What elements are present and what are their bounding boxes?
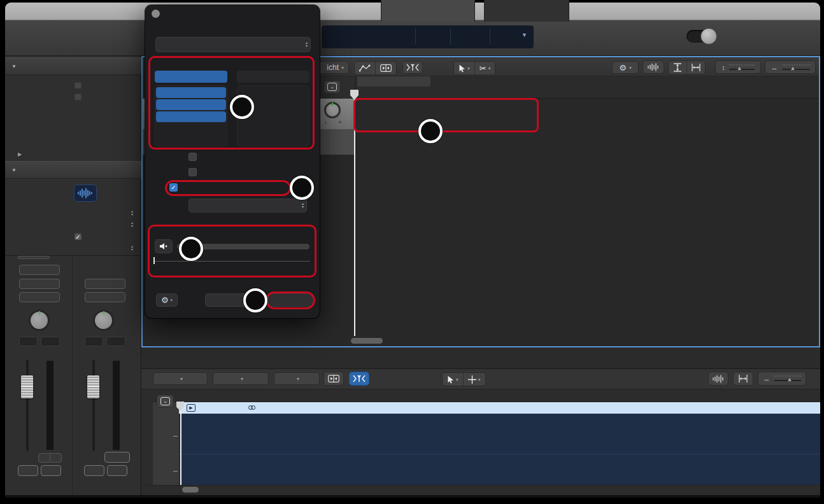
volume-value-right[interactable] [85, 337, 103, 346]
apply-button[interactable] [268, 293, 313, 307]
edit-menu-button[interactable]: ▾ [153, 372, 208, 385]
automation-button[interactable] [355, 62, 376, 74]
editor-waveform-zoom-button[interactable] [708, 372, 728, 386]
editor-catch-button[interactable] [349, 372, 369, 386]
scissors-tool-button[interactable]: ✂ ▾ [475, 62, 495, 74]
vertical-auto-zoom-button[interactable] [669, 61, 687, 74]
volume-fader-left[interactable] [21, 375, 33, 398]
waveform-icon [712, 375, 725, 383]
bounce-button[interactable] [104, 452, 130, 463]
functions-menu-button[interactable]: ▾ [213, 372, 269, 385]
channel-strip-setting-select[interactable]: ▴▾ [155, 37, 311, 52]
plugin-slot-bitcrusher[interactable] [156, 99, 226, 110]
editor-horizontal-scrollbar[interactable] [182, 487, 199, 493]
cycle-range[interactable] [357, 76, 430, 87]
automation-icon [359, 64, 371, 72]
editor-wave-area[interactable] [179, 414, 820, 485]
view-menu-button[interactable]: icht▾ [315, 61, 349, 74]
create-new-take-checkbox[interactable] [188, 168, 197, 176]
group-button-right[interactable] [85, 279, 125, 289]
pan-right-label: R [339, 120, 341, 124]
automation-read-button-left[interactable] [19, 292, 60, 302]
solo-button-right[interactable] [107, 465, 127, 476]
waveform-icon [647, 63, 660, 71]
preview-play-button[interactable] [155, 239, 173, 253]
editor-flex-button[interactable] [323, 372, 344, 386]
editor-region-header[interactable] [179, 402, 820, 414]
dialog-gear-menu-button[interactable]: ⚙▾ [156, 293, 178, 307]
horizontal-zoom-slider[interactable]: ↔ ▲ [765, 60, 816, 74]
gear-icon: ⚙ [161, 295, 169, 305]
plugin-slot-limiter[interactable] [156, 111, 226, 122]
split-at-marquee-checkbox[interactable] [188, 153, 197, 161]
add-effect-tail-checkbox[interactable]: ✓ [169, 183, 178, 192]
pan-knob-right[interactable] [93, 310, 114, 331]
track-header-config-button[interactable]: ⌄ [323, 80, 341, 94]
plugin-slot-channel-eq[interactable] [156, 87, 226, 98]
fader-rail-right [92, 360, 95, 451]
toggle-knob[interactable] [700, 28, 717, 45]
volume-value-left[interactable] [19, 337, 38, 346]
logic-pro-window: i ? ⌄ ▼ [0, 0, 824, 504]
tab-datei[interactable] [484, 0, 569, 22]
annotation-number-4 [418, 119, 443, 143]
editor-hzoom-slider[interactable]: ↔ ▲ [758, 372, 806, 386]
editor-crosshair-tool-button[interactable]: ▾ [464, 373, 485, 386]
q-reference-checkbox[interactable]: ✓ [74, 232, 82, 241]
more-disclosure-icon[interactable]: ▶ [18, 151, 22, 157]
play-region-icon[interactable]: ▶ [187, 404, 195, 412]
stereo-format-button[interactable] [19, 265, 60, 275]
track-symbol-button[interactable] [74, 185, 97, 202]
slider-thumb[interactable]: ▲ [787, 376, 793, 382]
checkbox-chevron-icon: ⌄ [327, 83, 337, 91]
checkbox-chevron-icon: ⌄ [160, 397, 170, 405]
mute-checkbox[interactable] [74, 81, 82, 89]
editor-pointer-tool-button[interactable]: ▾ [443, 373, 464, 386]
mute-button-right[interactable] [84, 465, 104, 476]
editor-playhead-line [180, 410, 181, 485]
horizontal-auto-zoom-button[interactable] [687, 61, 705, 74]
dialog-close-button[interactable] [152, 10, 160, 18]
mute-button-left[interactable] [18, 465, 38, 476]
solo-button-left[interactable] [41, 465, 61, 476]
catch-playhead-button[interactable] [402, 61, 423, 74]
editor-tab-bar [141, 347, 820, 369]
region-panel-header[interactable]: ▼ [5, 57, 141, 75]
editor-hzoom-button[interactable] [733, 372, 753, 386]
gear-icon: ⚙ [619, 63, 627, 73]
lcd-chevron-icon[interactable]: ▼ [522, 32, 527, 38]
annotation-number-3 [179, 237, 203, 261]
tab-spur[interactable] [381, 0, 475, 22]
lcd-display[interactable] [322, 25, 534, 48]
slider-thumb[interactable]: ▲ [737, 65, 742, 71]
loop-checkbox[interactable] [74, 92, 82, 101]
horizontal-zoom-icon [692, 63, 700, 72]
editor-ruler[interactable] [141, 389, 820, 402]
undo-button[interactable] [205, 293, 248, 307]
volume-fader-right[interactable] [87, 375, 99, 398]
editor-view-menu-button[interactable]: ▾ [274, 372, 320, 385]
track-gear-menu-button[interactable]: ⚙▾ [612, 61, 639, 74]
group-button-left[interactable] [19, 279, 60, 289]
fader-rail-left [26, 360, 29, 451]
track-pan-knob[interactable] [324, 102, 341, 118]
crosshair-icon [468, 375, 476, 384]
automation-read-button-right[interactable] [85, 292, 125, 302]
pan-value-left[interactable] [41, 337, 60, 346]
preview-position-handle[interactable] [153, 257, 155, 264]
input-record-buttons[interactable] [38, 453, 62, 463]
pan-value-right[interactable] [106, 337, 125, 346]
pan-knob-left[interactable] [29, 310, 50, 331]
tracks-horizontal-scrollbar[interactable] [351, 338, 383, 344]
vertical-zoom-slider[interactable]: ↕ ▲ [715, 60, 761, 74]
stereo-icon [248, 405, 255, 410]
plugin-set-b-tab[interactable] [237, 71, 309, 83]
track-panel-header[interactable]: ▼ [5, 161, 141, 179]
waveform-zoom-button[interactable] [643, 60, 664, 74]
slider-thumb[interactable]: ▲ [790, 65, 796, 71]
flex-button[interactable] [376, 62, 396, 74]
pointer-tool-button[interactable]: ▾ [454, 62, 475, 74]
editor-config-button[interactable]: ⌄ [157, 395, 174, 408]
pegel-select[interactable]: ▴▾ [188, 199, 307, 213]
plugin-set-a-tab[interactable] [155, 71, 227, 83]
